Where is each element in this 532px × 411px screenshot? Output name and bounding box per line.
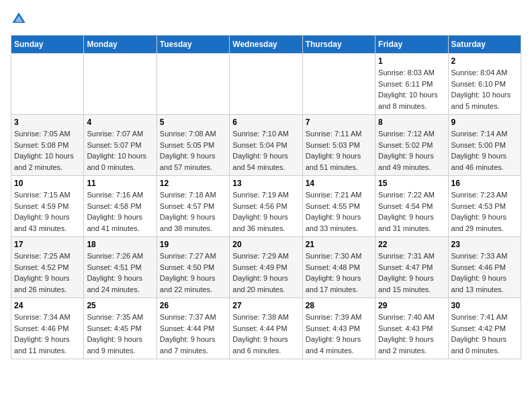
calendar-cell: 19Sunrise: 7:27 AMSunset: 4:50 PMDayligh…	[157, 237, 229, 298]
day-number: 25	[87, 301, 153, 310]
calendar-cell: 20Sunrise: 7:29 AMSunset: 4:49 PMDayligh…	[230, 237, 302, 298]
day-number: 9	[451, 118, 518, 127]
calendar-cell: 17Sunrise: 7:25 AMSunset: 4:52 PMDayligh…	[11, 237, 84, 298]
day-info: Sunrise: 7:19 AMSunset: 4:56 PMDaylight:…	[232, 189, 299, 234]
calendar-cell: 26Sunrise: 7:37 AMSunset: 4:44 PMDayligh…	[157, 298, 229, 359]
weekday-header-saturday: Saturday	[448, 36, 521, 54]
day-info: Sunrise: 7:11 AMSunset: 5:03 PMDaylight:…	[306, 128, 372, 173]
week-row-0: 1Sunrise: 8:03 AMSunset: 6:11 PMDaylight…	[11, 54, 521, 115]
calendar-cell	[230, 54, 302, 115]
day-number: 16	[451, 179, 518, 188]
calendar-cell: 7Sunrise: 7:11 AMSunset: 5:03 PMDaylight…	[302, 115, 375, 176]
calendar-cell	[157, 54, 229, 115]
calendar-table: SundayMondayTuesdayWednesdayThursdayFrid…	[11, 35, 521, 359]
calendar-cell: 5Sunrise: 7:08 AMSunset: 5:05 PMDaylight…	[157, 115, 229, 176]
day-number: 21	[306, 240, 372, 249]
day-number: 29	[378, 301, 445, 310]
day-number: 18	[87, 240, 153, 249]
day-info: Sunrise: 7:14 AMSunset: 5:00 PMDaylight:…	[451, 128, 518, 173]
weekday-header-row: SundayMondayTuesdayWednesdayThursdayFrid…	[11, 36, 521, 54]
calendar-cell: 27Sunrise: 7:38 AMSunset: 4:44 PMDayligh…	[230, 298, 302, 359]
day-number: 23	[451, 240, 518, 249]
calendar-cell	[11, 54, 84, 115]
day-info: Sunrise: 7:35 AMSunset: 4:45 PMDaylight:…	[87, 312, 153, 356]
calendar-cell: 23Sunrise: 7:33 AMSunset: 4:46 PMDayligh…	[448, 237, 521, 298]
day-number: 2	[451, 56, 518, 66]
calendar-cell: 8Sunrise: 7:12 AMSunset: 5:02 PMDaylight…	[375, 115, 448, 176]
calendar-cell: 2Sunrise: 8:04 AMSunset: 6:10 PMDaylight…	[448, 54, 521, 115]
calendar-cell: 25Sunrise: 7:35 AMSunset: 4:45 PMDayligh…	[84, 298, 157, 359]
day-number: 1	[378, 56, 445, 66]
day-info: Sunrise: 7:37 AMSunset: 4:44 PMDaylight:…	[160, 312, 226, 356]
logo-icon	[11, 11, 27, 27]
day-info: Sunrise: 7:21 AMSunset: 4:55 PMDaylight:…	[306, 189, 372, 234]
weekday-header-tuesday: Tuesday	[157, 36, 229, 54]
calendar-cell: 22Sunrise: 7:31 AMSunset: 4:47 PMDayligh…	[375, 237, 448, 298]
calendar-cell: 11Sunrise: 7:16 AMSunset: 4:58 PMDayligh…	[84, 176, 157, 237]
day-number: 24	[14, 301, 81, 310]
day-info: Sunrise: 7:22 AMSunset: 4:54 PMDaylight:…	[378, 189, 445, 234]
day-number: 7	[306, 118, 372, 127]
day-number: 30	[451, 301, 518, 310]
day-info: Sunrise: 7:40 AMSunset: 4:43 PMDaylight:…	[378, 312, 445, 356]
day-info: Sunrise: 7:08 AMSunset: 5:05 PMDaylight:…	[160, 128, 226, 173]
calendar-cell: 12Sunrise: 7:18 AMSunset: 4:57 PMDayligh…	[157, 176, 229, 237]
calendar-cell: 15Sunrise: 7:22 AMSunset: 4:54 PMDayligh…	[375, 176, 448, 237]
day-info: Sunrise: 7:31 AMSunset: 4:47 PMDaylight:…	[378, 250, 445, 295]
day-number: 28	[306, 301, 372, 310]
day-number: 12	[160, 179, 226, 188]
logo	[11, 11, 30, 27]
day-number: 15	[378, 179, 445, 188]
day-number: 19	[160, 240, 226, 249]
calendar-cell: 14Sunrise: 7:21 AMSunset: 4:55 PMDayligh…	[302, 176, 375, 237]
calendar-cell: 13Sunrise: 7:19 AMSunset: 4:56 PMDayligh…	[230, 176, 302, 237]
day-number: 13	[232, 179, 299, 188]
calendar-cell: 29Sunrise: 7:40 AMSunset: 4:43 PMDayligh…	[375, 298, 448, 359]
weekday-header-thursday: Thursday	[302, 36, 375, 54]
day-info: Sunrise: 7:41 AMSunset: 4:42 PMDaylight:…	[451, 312, 518, 356]
day-number: 17	[14, 240, 81, 249]
day-info: Sunrise: 8:04 AMSunset: 6:10 PMDaylight:…	[451, 67, 518, 111]
calendar-cell: 28Sunrise: 7:39 AMSunset: 4:43 PMDayligh…	[302, 298, 375, 359]
day-info: Sunrise: 7:34 AMSunset: 4:46 PMDaylight:…	[14, 312, 81, 356]
weekday-header-wednesday: Wednesday	[230, 36, 302, 54]
day-number: 3	[14, 118, 81, 127]
week-row-2: 10Sunrise: 7:15 AMSunset: 4:59 PMDayligh…	[11, 176, 521, 237]
week-row-3: 17Sunrise: 7:25 AMSunset: 4:52 PMDayligh…	[11, 237, 521, 298]
day-number: 20	[232, 240, 299, 249]
day-info: Sunrise: 7:27 AMSunset: 4:50 PMDaylight:…	[160, 250, 226, 295]
day-info: Sunrise: 7:23 AMSunset: 4:53 PMDaylight:…	[451, 189, 518, 234]
day-info: Sunrise: 7:10 AMSunset: 5:04 PMDaylight:…	[232, 128, 299, 173]
day-info: Sunrise: 7:33 AMSunset: 4:46 PMDaylight:…	[451, 250, 518, 295]
day-info: Sunrise: 7:26 AMSunset: 4:51 PMDaylight:…	[87, 250, 153, 295]
weekday-header-friday: Friday	[375, 36, 448, 54]
day-number: 10	[14, 179, 81, 188]
calendar-cell: 1Sunrise: 8:03 AMSunset: 6:11 PMDaylight…	[375, 54, 448, 115]
day-number: 26	[160, 301, 226, 310]
day-info: Sunrise: 8:03 AMSunset: 6:11 PMDaylight:…	[378, 67, 445, 111]
day-info: Sunrise: 7:12 AMSunset: 5:02 PMDaylight:…	[378, 128, 445, 173]
calendar-cell: 30Sunrise: 7:41 AMSunset: 4:42 PMDayligh…	[448, 298, 521, 359]
calendar-cell: 6Sunrise: 7:10 AMSunset: 5:04 PMDaylight…	[230, 115, 302, 176]
weekday-header-sunday: Sunday	[11, 36, 84, 54]
day-number: 6	[232, 118, 299, 127]
day-info: Sunrise: 7:38 AMSunset: 4:44 PMDaylight:…	[232, 312, 299, 356]
calendar-cell: 16Sunrise: 7:23 AMSunset: 4:53 PMDayligh…	[448, 176, 521, 237]
day-info: Sunrise: 7:16 AMSunset: 4:58 PMDaylight:…	[87, 189, 153, 234]
page-header	[11, 11, 521, 27]
calendar-cell: 9Sunrise: 7:14 AMSunset: 5:00 PMDaylight…	[448, 115, 521, 176]
weekday-header-monday: Monday	[84, 36, 157, 54]
week-row-1: 3Sunrise: 7:05 AMSunset: 5:08 PMDaylight…	[11, 115, 521, 176]
day-number: 22	[378, 240, 445, 249]
calendar-cell: 10Sunrise: 7:15 AMSunset: 4:59 PMDayligh…	[11, 176, 84, 237]
day-info: Sunrise: 7:07 AMSunset: 5:07 PMDaylight:…	[87, 128, 153, 173]
day-info: Sunrise: 7:39 AMSunset: 4:43 PMDaylight:…	[306, 312, 372, 356]
calendar-cell: 3Sunrise: 7:05 AMSunset: 5:08 PMDaylight…	[11, 115, 84, 176]
calendar-cell: 4Sunrise: 7:07 AMSunset: 5:07 PMDaylight…	[84, 115, 157, 176]
day-info: Sunrise: 7:15 AMSunset: 4:59 PMDaylight:…	[14, 189, 81, 234]
day-info: Sunrise: 7:30 AMSunset: 4:48 PMDaylight:…	[306, 250, 372, 295]
day-info: Sunrise: 7:18 AMSunset: 4:57 PMDaylight:…	[160, 189, 226, 234]
calendar-cell	[84, 54, 157, 115]
day-number: 11	[87, 179, 153, 188]
week-row-4: 24Sunrise: 7:34 AMSunset: 4:46 PMDayligh…	[11, 298, 521, 359]
